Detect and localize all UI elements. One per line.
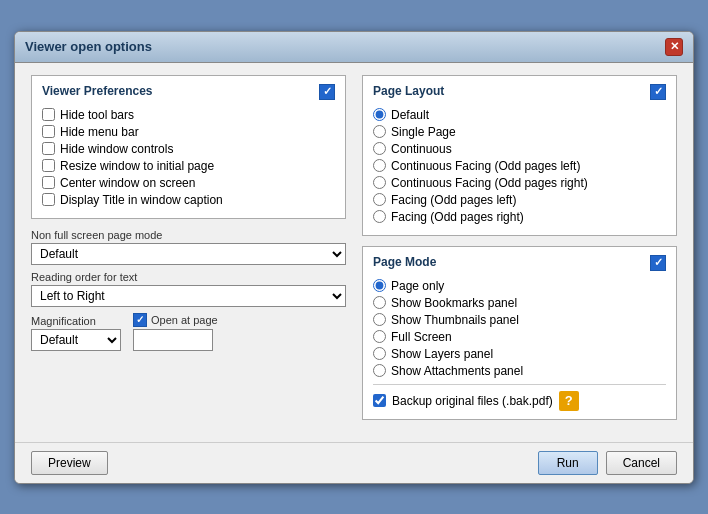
backup-checkbox[interactable] <box>373 394 386 407</box>
layout-cont-facing-odd-left-label: Continuous Facing (Odd pages left) <box>391 159 580 173</box>
center-window-label: Center window on screen <box>60 176 195 190</box>
magnification-row: Magnification Default ✓ Open at page 1 <box>31 313 346 351</box>
display-title-label: Display Title in window caption <box>60 193 223 207</box>
reading-order-label: Reading order for text <box>31 271 346 283</box>
page-layout-title: Page Layout <box>373 84 444 98</box>
run-button[interactable]: Run <box>538 451 598 475</box>
viewer-options-dialog: Viewer open options ✕ Viewer Preferences… <box>14 31 694 484</box>
dialog-title: Viewer open options <box>25 39 152 54</box>
hide-toolbars-checkbox[interactable] <box>42 108 55 121</box>
open-at-header: ✓ Open at page <box>133 313 218 327</box>
viewer-prefs-checkbox[interactable]: ✓ <box>319 84 335 100</box>
mode-thumbnails-item: Show Thumbnails panel <box>373 313 666 327</box>
page-mode-section: Page Mode ✓ Page only Show Bookmarks pan… <box>362 246 677 420</box>
magnification-select[interactable]: Default <box>31 329 121 351</box>
hide-window-controls-item: Hide window controls <box>42 142 335 156</box>
warning-icon[interactable]: ? <box>559 391 579 411</box>
mode-attachments-radio[interactable] <box>373 364 386 377</box>
resize-window-label: Resize window to initial page <box>60 159 214 173</box>
layout-single-label: Single Page <box>391 125 456 139</box>
viewer-prefs-title: Viewer Preferences <box>42 84 153 98</box>
hide-toolbars-item: Hide tool bars <box>42 108 335 122</box>
mode-fullscreen-item: Full Screen <box>373 330 666 344</box>
resize-window-checkbox[interactable] <box>42 159 55 172</box>
layout-facing-odd-right-item: Facing (Odd pages right) <box>373 210 666 224</box>
hide-menubar-item: Hide menu bar <box>42 125 335 139</box>
reading-order-row: Reading order for text Left to Right <box>31 271 346 307</box>
layout-cont-facing-odd-right-item: Continuous Facing (Odd pages right) <box>373 176 666 190</box>
hide-menubar-checkbox[interactable] <box>42 125 55 138</box>
mode-layers-radio[interactable] <box>373 347 386 360</box>
close-button[interactable]: ✕ <box>665 38 683 56</box>
magnification-section: Magnification Default <box>31 315 121 351</box>
page-layout-header: Page Layout ✓ <box>373 84 666 104</box>
layout-facing-odd-right-label: Facing (Odd pages right) <box>391 210 524 224</box>
footer-right-buttons: Run Cancel <box>538 451 677 475</box>
mode-page-only-label: Page only <box>391 279 444 293</box>
layout-default-label: Default <box>391 108 429 122</box>
non-full-screen-label: Non full screen page mode <box>31 229 346 241</box>
open-at-section: ✓ Open at page 1 <box>133 313 218 351</box>
viewer-prefs-header: Viewer Preferences ✓ <box>42 84 335 104</box>
layout-facing-odd-left-item: Facing (Odd pages left) <box>373 193 666 207</box>
hide-window-controls-label: Hide window controls <box>60 142 173 156</box>
layout-continuous-radio[interactable] <box>373 142 386 155</box>
page-mode-header: Page Mode ✓ <box>373 255 666 275</box>
mode-page-only-item: Page only <box>373 279 666 293</box>
right-panel: Page Layout ✓ Default Single Page Contin… <box>362 75 677 430</box>
mode-page-only-radio[interactable] <box>373 279 386 292</box>
hide-window-controls-checkbox[interactable] <box>42 142 55 155</box>
layout-facing-odd-left-radio[interactable] <box>373 193 386 206</box>
non-full-screen-row: Non full screen page mode Default <box>31 229 346 265</box>
layout-cont-facing-odd-left-radio[interactable] <box>373 159 386 172</box>
page-layout-section: Page Layout ✓ Default Single Page Contin… <box>362 75 677 236</box>
left-panel: Viewer Preferences ✓ Hide tool bars Hide… <box>31 75 346 430</box>
backup-row: Backup original files (.bak.pdf) ? <box>373 384 666 411</box>
mode-layers-item: Show Layers panel <box>373 347 666 361</box>
layout-single-item: Single Page <box>373 125 666 139</box>
mode-fullscreen-radio[interactable] <box>373 330 386 343</box>
magnification-label: Magnification <box>31 315 121 327</box>
backup-label: Backup original files (.bak.pdf) <box>392 394 553 408</box>
display-title-item: Display Title in window caption <box>42 193 335 207</box>
open-at-input[interactable]: 1 <box>133 329 213 351</box>
mode-bookmarks-label: Show Bookmarks panel <box>391 296 517 310</box>
mode-layers-label: Show Layers panel <box>391 347 493 361</box>
mode-bookmarks-item: Show Bookmarks panel <box>373 296 666 310</box>
dialog-footer: Preview Run Cancel <box>15 442 693 483</box>
layout-cont-facing-odd-left-item: Continuous Facing (Odd pages left) <box>373 159 666 173</box>
mag-select-row: Default <box>31 329 121 351</box>
center-window-item: Center window on screen <box>42 176 335 190</box>
mode-attachments-label: Show Attachments panel <box>391 364 523 378</box>
cancel-button[interactable]: Cancel <box>606 451 677 475</box>
layout-continuous-item: Continuous <box>373 142 666 156</box>
mode-bookmarks-radio[interactable] <box>373 296 386 309</box>
open-at-label: Open at page <box>151 314 218 326</box>
hide-toolbars-label: Hide tool bars <box>60 108 134 122</box>
mode-thumbnails-radio[interactable] <box>373 313 386 326</box>
layout-facing-odd-left-label: Facing (Odd pages left) <box>391 193 516 207</box>
layout-cont-facing-odd-right-radio[interactable] <box>373 176 386 189</box>
dialog-body: Viewer Preferences ✓ Hide tool bars Hide… <box>15 63 693 442</box>
page-mode-checkbox[interactable]: ✓ <box>650 255 666 271</box>
layout-single-radio[interactable] <box>373 125 386 138</box>
display-title-checkbox[interactable] <box>42 193 55 206</box>
non-full-screen-select[interactable]: Default <box>31 243 346 265</box>
viewer-preferences-section: Viewer Preferences ✓ Hide tool bars Hide… <box>31 75 346 219</box>
resize-window-item: Resize window to initial page <box>42 159 335 173</box>
mode-fullscreen-label: Full Screen <box>391 330 452 344</box>
layout-continuous-label: Continuous <box>391 142 452 156</box>
layout-facing-odd-right-radio[interactable] <box>373 210 386 223</box>
title-bar: Viewer open options ✕ <box>15 32 693 63</box>
layout-default-radio[interactable] <box>373 108 386 121</box>
layout-cont-facing-odd-right-label: Continuous Facing (Odd pages right) <box>391 176 588 190</box>
layout-default-item: Default <box>373 108 666 122</box>
page-layout-checkbox[interactable]: ✓ <box>650 84 666 100</box>
mode-thumbnails-label: Show Thumbnails panel <box>391 313 519 327</box>
preview-button[interactable]: Preview <box>31 451 108 475</box>
hide-menubar-label: Hide menu bar <box>60 125 139 139</box>
page-mode-title: Page Mode <box>373 255 436 269</box>
open-at-checkbox[interactable]: ✓ <box>133 313 147 327</box>
reading-order-select[interactable]: Left to Right <box>31 285 346 307</box>
center-window-checkbox[interactable] <box>42 176 55 189</box>
